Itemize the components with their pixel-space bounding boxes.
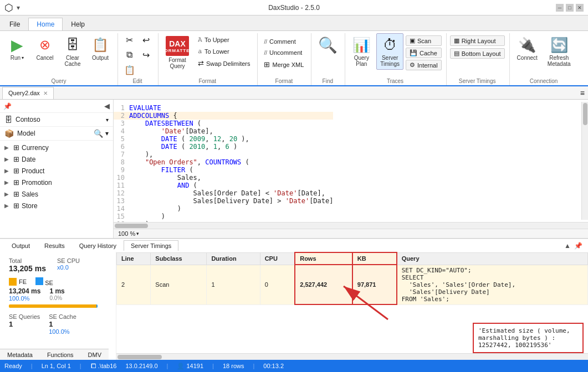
timings-data-table: Line Subclass Duration CPU Rows KB Query… xyxy=(116,252,588,305)
promotion-table-icon: ⊞ xyxy=(13,178,19,187)
sidebar-item-store[interactable]: ▶ ⊞ Store xyxy=(0,200,113,211)
right-layout-toggle[interactable]: ▦ Right Layout xyxy=(450,35,505,46)
editor-hscroll[interactable] xyxy=(114,222,588,229)
sidebar-item-product[interactable]: ▶ ⊞ Product xyxy=(0,165,113,177)
document-tab-bar: Query2.dax ✕ ≡ xyxy=(0,86,588,100)
minimize-button[interactable]: ─ xyxy=(556,4,564,12)
fe-progress xyxy=(9,304,96,308)
model-label: Model xyxy=(17,130,35,137)
undo-button[interactable]: ↩ xyxy=(138,33,154,47)
document-tab[interactable]: Query2.dax ✕ xyxy=(2,87,54,99)
server-timings-icon: ⏱ xyxy=(381,36,399,54)
comment-button[interactable]: // Comment xyxy=(261,37,306,46)
connect-button[interactable]: 🔌 Connect xyxy=(513,33,541,64)
ribbon-group-format2-label: Format xyxy=(261,77,306,85)
editor-vscroll[interactable] xyxy=(581,102,588,220)
editor-vscroll-thumb[interactable] xyxy=(583,103,587,125)
clear-cache-button[interactable]: 🗄 ClearCache xyxy=(60,33,85,70)
ribbon-group-server-timings-options-content: ▦ Right Layout ▤ Bottom Layout xyxy=(450,33,505,77)
to-lower-button[interactable]: 𝚊 To Lower xyxy=(195,46,253,56)
cut-button[interactable]: ✂ xyxy=(121,33,137,47)
merge-xml-label: Merge XML xyxy=(272,61,304,68)
timings-left: Total 13,205 ms SE CPU x0.0 FE xyxy=(0,252,116,360)
refresh-metadata-button[interactable]: 🔄 RefreshMetadata xyxy=(544,33,575,70)
bottom-panel-pin-icon[interactable]: 📌 xyxy=(574,242,582,250)
col-rows: Rows xyxy=(295,252,352,265)
ribbon-group-query-label: Query xyxy=(4,77,113,85)
uncomment-button[interactable]: // Uncomment xyxy=(261,48,306,58)
bottom-panel-collapse-icon[interactable]: ▲ xyxy=(564,242,571,250)
bottom-tab-server-timings[interactable]: Server Timings xyxy=(124,240,178,251)
bottom-tab-output[interactable]: Output xyxy=(4,240,37,251)
document-tab-close[interactable]: ✕ xyxy=(43,90,48,96)
code-line-5: 5 DATE ( 2009, 12, 20 ), xyxy=(114,135,333,143)
se-cache-pct: 100.0% xyxy=(49,328,76,335)
col-query: Query xyxy=(397,252,588,265)
estimated-size-tooltip: 'Estimated size ( volume, marshalling by… xyxy=(473,323,584,353)
bottom-tab-results[interactable]: Results xyxy=(37,240,72,251)
redo-button[interactable]: ↪ xyxy=(138,48,154,62)
merge-xml-button[interactable]: ⊞ Merge XML xyxy=(261,59,306,70)
sidebar-item-sales[interactable]: ▶ ⊞ Sales xyxy=(0,188,113,200)
maximize-button[interactable]: □ xyxy=(566,4,574,12)
bottom-tab-query-history[interactable]: Query History xyxy=(72,240,124,251)
model-dropdown[interactable]: 📦 Model 🔍 ▾ xyxy=(0,127,113,141)
close-button[interactable]: ✕ xyxy=(576,4,584,12)
ribbon-group-connection-content: 🔌 Connect 🔄 RefreshMetadata xyxy=(513,33,575,77)
sidebar-item-date[interactable]: ▶ ⊞ Date xyxy=(0,153,113,165)
run-dropdown-icon: ▾ xyxy=(22,55,24,60)
tab-home[interactable]: Home xyxy=(28,18,63,30)
sidebar-tab-dmv[interactable]: DMV xyxy=(81,349,109,360)
pin-icon[interactable]: 📌 xyxy=(3,102,12,110)
copy-button[interactable]: ⧉ xyxy=(121,48,137,62)
code-line-2: 2 ADDCOLUMNS { xyxy=(114,112,333,120)
server-timings-button[interactable]: ⏱ ServerTimings xyxy=(376,33,403,70)
code-line-11: 11 AND ( xyxy=(114,182,333,189)
window-controls: ─ □ ✕ xyxy=(556,4,584,12)
timings-table-area[interactable]: Line Subclass Duration CPU Rows KB Query… xyxy=(116,252,588,360)
col-line: Line xyxy=(117,252,151,265)
run-label: Run xyxy=(11,55,21,61)
cancel-button[interactable]: ⊗ Cancel xyxy=(32,33,58,64)
timings-hscroll[interactable] xyxy=(116,353,588,360)
status-user: 👤 14191 xyxy=(177,363,203,370)
internal-toggle[interactable]: ⚙ Internal xyxy=(406,60,442,70)
timings-se-cpu-value: x0.0 xyxy=(57,264,80,271)
sidebar-item-promotion[interactable]: ▶ ⊞ Promotion xyxy=(0,177,113,188)
query-plan-button[interactable]: 📊 QueryPlan xyxy=(349,33,374,70)
timings-hscroll-thumb[interactable] xyxy=(117,355,162,359)
database-icon: 🗄 xyxy=(4,115,12,124)
query-plan-icon: 📊 xyxy=(352,36,370,54)
sidebar-item-currency[interactable]: ▶ ⊞ Currency xyxy=(0,142,113,153)
output-button[interactable]: 📋 Output xyxy=(88,33,113,64)
zoom-dropdown-icon[interactable]: ▾ xyxy=(136,231,139,236)
bottom-layout-toggle[interactable]: ▤ Bottom Layout xyxy=(450,48,505,59)
format-query-button[interactable]: DAX FORMATTER FormatQuery xyxy=(162,33,193,72)
scan-toggle[interactable]: ▣ Scan xyxy=(406,35,442,46)
editor-hscroll-thumb[interactable] xyxy=(115,224,148,228)
se-label: SE xyxy=(35,277,53,286)
swap-delimiters-button[interactable]: ⇄ Swap Delimiters xyxy=(195,58,253,69)
sidebar-collapse-icon[interactable]: ◀ xyxy=(104,102,110,110)
editor-scrollable[interactable]: 1 EVALUATE 2 ADDCOLUMNS { 3 DATESBETWEEN… xyxy=(114,100,588,222)
to-upper-button[interactable]: 𝙰 To Upper xyxy=(195,34,253,45)
run-button[interactable]: ▶ Run ▾ xyxy=(4,33,30,64)
tab-help[interactable]: Help xyxy=(63,18,93,30)
find-button[interactable]: 🔍 xyxy=(315,33,340,58)
code-area[interactable]: 1 EVALUATE 2 ADDCOLUMNS { 3 DATESBETWEEN… xyxy=(114,102,333,220)
code-line-7: 7 ), xyxy=(114,151,333,158)
sidebar-tab-metadata[interactable]: Metadata xyxy=(0,349,40,360)
sidebar-tab-functions[interactable]: Functions xyxy=(40,349,81,360)
search-icon[interactable]: 🔍 xyxy=(94,129,103,138)
cache-toggle[interactable]: 💾 Cache xyxy=(406,48,442,58)
database-dropdown[interactable]: 🗄 Contoso ▾ xyxy=(0,113,113,127)
tab-bar-menu-icon[interactable]: ≡ xyxy=(577,89,588,97)
ribbon-group-server-timings-options: ▦ Right Layout ▤ Bottom Layout Server Ti… xyxy=(448,33,510,85)
tab-file[interactable]: File xyxy=(1,18,28,30)
quick-access: ▾ xyxy=(17,4,20,12)
code-line-6: 6 DATE ( 2010, 1, 6 ) xyxy=(114,143,333,151)
paste-button[interactable]: 📋 xyxy=(121,63,138,77)
ribbon: ▶ Run ▾ ⊗ Cancel 🗄 ClearCache 📋 Output Q… xyxy=(0,31,588,86)
undo-icon: ↩ xyxy=(142,35,150,45)
table-row[interactable]: 2 Scan 1 0 2,527,442 97,871 SET DC_KIND=… xyxy=(117,265,588,304)
